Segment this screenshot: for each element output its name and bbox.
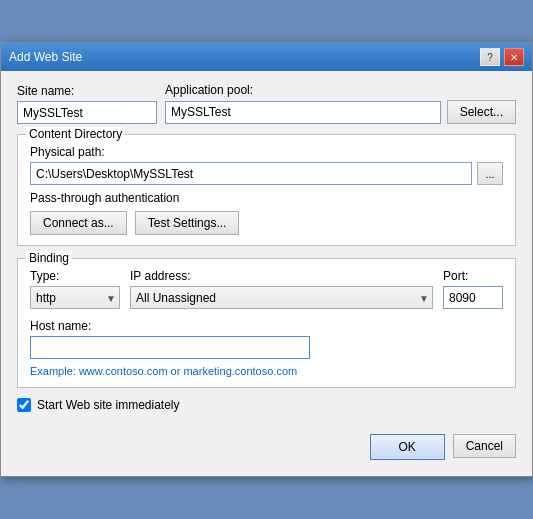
test-settings-button[interactable]: Test Settings... xyxy=(135,211,240,235)
start-checkbox[interactable] xyxy=(17,398,31,412)
ip-label: IP address: xyxy=(130,269,433,283)
content-directory-label: Content Directory xyxy=(26,127,125,141)
type-select-wrapper: http https ▼ xyxy=(30,286,120,309)
bottom-buttons: OK Cancel xyxy=(17,428,516,460)
example-text: Example: www.contoso.com or marketing.co… xyxy=(30,365,503,377)
site-name-group: Site name: xyxy=(17,84,157,124)
binding-section: Binding Type: http https ▼ IP address: xyxy=(17,258,516,388)
site-name-input[interactable] xyxy=(17,101,157,124)
app-pool-select-row: Select... xyxy=(165,100,516,124)
ip-select[interactable]: All Unassigned xyxy=(130,286,433,309)
hostname-label: Host name: xyxy=(30,319,503,333)
hostname-group: Host name: xyxy=(30,319,503,359)
type-label: Type: xyxy=(30,269,120,283)
ok-button[interactable]: OK xyxy=(370,434,445,460)
passthrough-label: Pass-through authentication xyxy=(30,191,503,205)
content-directory-section: Content Directory Physical path: ... Pas… xyxy=(17,134,516,246)
type-group: Type: http https ▼ xyxy=(30,269,120,309)
port-label: Port: xyxy=(443,269,503,283)
add-web-site-dialog: Add Web Site ? ✕ Site name: Application … xyxy=(0,42,533,477)
site-app-pool-row: Site name: Application pool: Select... xyxy=(17,83,516,124)
app-pool-group: Application pool: Select... xyxy=(165,83,516,124)
title-bar-buttons: ? ✕ xyxy=(480,48,524,66)
auth-buttons-row: Connect as... Test Settings... xyxy=(30,211,503,235)
port-group: Port: xyxy=(443,269,503,309)
help-button[interactable]: ? xyxy=(480,48,500,66)
port-input[interactable] xyxy=(443,286,503,309)
ip-select-wrapper: All Unassigned ▼ xyxy=(130,286,433,309)
physical-path-row: ... xyxy=(30,162,503,185)
physical-path-label: Physical path: xyxy=(30,145,503,159)
browse-button[interactable]: ... xyxy=(477,162,503,185)
hostname-input[interactable] xyxy=(30,336,310,359)
cancel-button[interactable]: Cancel xyxy=(453,434,516,458)
connect-as-button[interactable]: Connect as... xyxy=(30,211,127,235)
start-checkbox-row: Start Web site immediately xyxy=(17,398,516,412)
dialog-content: Site name: Application pool: Select... C… xyxy=(1,71,532,476)
site-name-label: Site name: xyxy=(17,84,157,98)
type-select[interactable]: http https xyxy=(30,286,120,309)
app-pool-input[interactable] xyxy=(165,101,441,124)
select-button[interactable]: Select... xyxy=(447,100,516,124)
dialog-title: Add Web Site xyxy=(9,50,82,64)
title-bar: Add Web Site ? ✕ xyxy=(1,43,532,71)
close-button[interactable]: ✕ xyxy=(504,48,524,66)
app-pool-label: Application pool: xyxy=(165,83,516,97)
binding-row: Type: http https ▼ IP address: All U xyxy=(30,269,503,309)
physical-path-input[interactable] xyxy=(30,162,472,185)
physical-path-group: Physical path: ... xyxy=(30,145,503,185)
ip-group: IP address: All Unassigned ▼ xyxy=(130,269,433,309)
binding-section-label: Binding xyxy=(26,251,72,265)
start-checkbox-label: Start Web site immediately xyxy=(37,398,180,412)
